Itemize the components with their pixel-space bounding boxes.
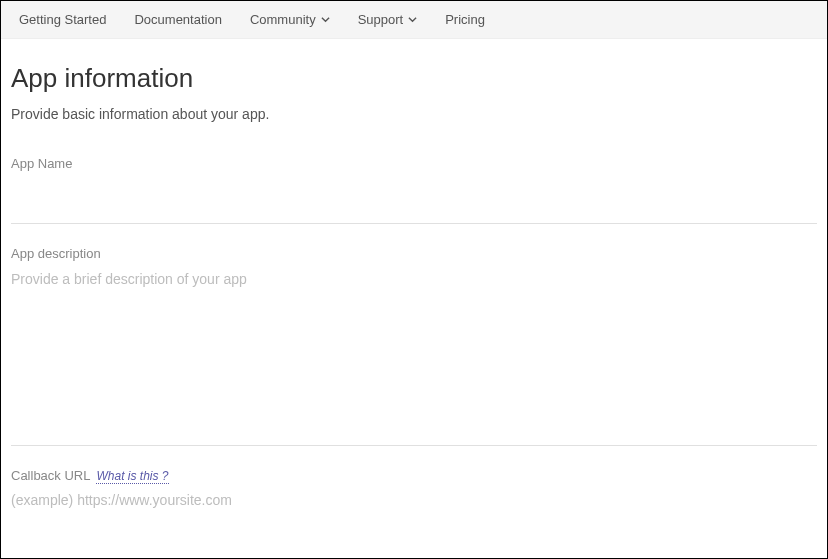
chevron-down-icon: [321, 15, 330, 24]
nav-label: Pricing: [445, 12, 485, 27]
chevron-down-icon: [408, 15, 417, 24]
nav-label: Getting Started: [19, 12, 106, 27]
nav-label: Support: [358, 12, 404, 27]
nav-label: Documentation: [134, 12, 221, 27]
callback-url-input[interactable]: [11, 484, 817, 518]
callback-url-label: Callback URL: [11, 468, 90, 483]
app-description-field: App description: [11, 246, 817, 446]
nav-pricing[interactable]: Pricing: [431, 1, 499, 38]
page-title: App information: [11, 63, 817, 94]
nav-support[interactable]: Support: [344, 1, 432, 38]
app-description-input[interactable]: [11, 261, 817, 441]
top-nav: Getting Started Documentation Community …: [1, 1, 827, 39]
app-name-label: App Name: [11, 156, 817, 171]
nav-getting-started[interactable]: Getting Started: [5, 1, 120, 38]
page-subtitle: Provide basic information about your app…: [11, 106, 817, 122]
callback-url-field: Callback URL What is this ?: [11, 468, 817, 518]
nav-community[interactable]: Community: [236, 1, 344, 38]
callback-help-link[interactable]: What is this ?: [96, 469, 168, 484]
nav-label: Community: [250, 12, 316, 27]
app-name-input[interactable]: [11, 171, 817, 223]
nav-documentation[interactable]: Documentation: [120, 1, 235, 38]
content-area: App information Provide basic informatio…: [1, 39, 827, 550]
app-name-field: App Name: [11, 156, 817, 224]
app-description-label: App description: [11, 246, 817, 261]
